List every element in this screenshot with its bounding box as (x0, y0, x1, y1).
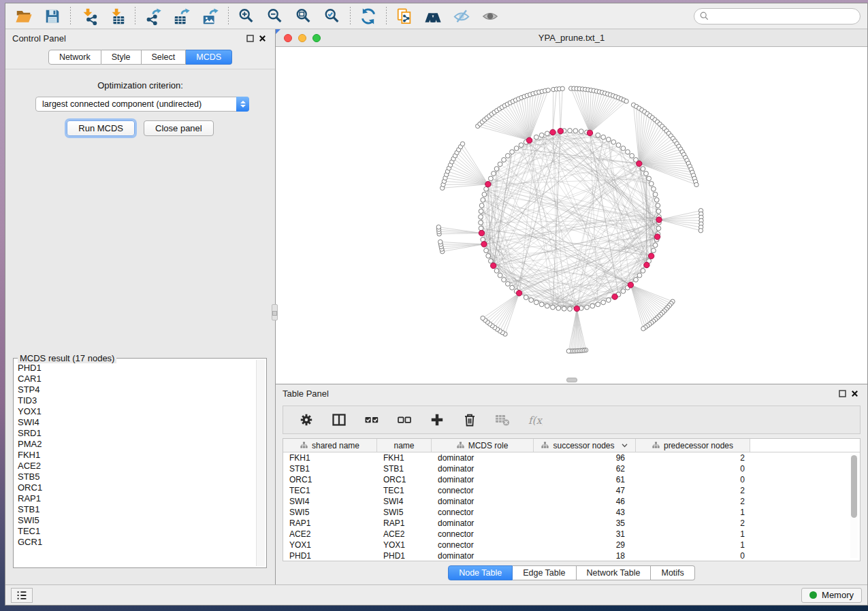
column-header-name[interactable]: name (377, 439, 432, 452)
show-all-button[interactable] (479, 6, 502, 27)
columns-button[interactable] (329, 410, 349, 429)
hide-selected-button[interactable] (450, 6, 473, 27)
column-header-predecessor-nodes[interactable]: predecessor nodes (636, 439, 750, 452)
table-scrollbar-thumb[interactable] (851, 455, 857, 518)
cell-name: YOX1 (377, 540, 432, 550)
node-table: shared namenameMCDS rolesuccessor nodesp… (283, 438, 861, 561)
search-input[interactable] (712, 12, 854, 21)
memory-button[interactable]: Memory (801, 588, 862, 603)
close-table-panel-button[interactable] (848, 387, 861, 399)
tab-motifs[interactable]: Motifs (651, 565, 694, 580)
import-table-icon (108, 7, 126, 25)
criterion-dropdown[interactable]: largest connected component (undirected) (35, 97, 249, 112)
tab-style[interactable]: Style (101, 50, 142, 65)
first-neighbors-button[interactable] (421, 6, 445, 27)
optimization-criterion-label: Optimization criterion: (5, 80, 275, 90)
mcds-result-list[interactable]: PHD1CAR1STP4TID3YOX1SWI4SRD1PMA2FKH1ACE2… (18, 363, 255, 566)
add-button[interactable] (428, 410, 447, 429)
zoom-out-button[interactable] (263, 6, 287, 27)
save-button[interactable] (41, 6, 64, 27)
show-all-icon (481, 7, 499, 25)
result-node-item: FKH1 (18, 450, 255, 461)
panel-splitter-handle[interactable] (272, 304, 278, 320)
tab-network[interactable]: Network (48, 50, 101, 65)
refresh-button[interactable] (357, 6, 380, 27)
table-scrollbar[interactable] (850, 454, 858, 558)
export-table-button[interactable] (170, 6, 193, 27)
table-row[interactable]: ORC1ORC1dominator610 (283, 474, 860, 485)
cell-predecessor-nodes: 2 (636, 497, 750, 506)
open-folder-button[interactable] (12, 6, 35, 27)
cell-predecessor-nodes: 1 (636, 540, 750, 550)
column-header-shared-name[interactable]: shared name (283, 439, 377, 452)
table-row[interactable]: RAP1RAP1dominator352 (283, 518, 860, 529)
column-header-successor-nodes[interactable]: successor nodes (534, 439, 636, 452)
add-icon (430, 412, 445, 427)
result-node-item: PHD1 (18, 363, 255, 374)
table-header-row: shared namenameMCDS rolesuccessor nodesp… (283, 439, 860, 452)
table-row[interactable]: PHD1PHD1dominator180 (283, 550, 860, 561)
cell-name: FKH1 (377, 453, 432, 463)
clone-network-button[interactable] (393, 6, 416, 27)
result-node-item: TEC1 (18, 526, 255, 537)
export-image-button[interactable] (199, 6, 222, 27)
result-node-item: ORC1 (18, 482, 255, 493)
table-row[interactable]: ACE2ACE2connector311 (283, 529, 860, 540)
delete-table-button (493, 410, 512, 429)
import-network-button[interactable] (77, 6, 100, 27)
delete-button[interactable] (460, 410, 479, 429)
cell-shared-name: STB1 (283, 464, 377, 474)
hide-selected-icon (453, 7, 470, 25)
table-row[interactable]: FKH1FKH1dominator962 (283, 452, 860, 463)
import-network-icon (80, 7, 97, 25)
column-header-MCDS-role[interactable]: MCDS role (432, 439, 534, 452)
zoom-selected-button[interactable] (321, 6, 344, 27)
gear-button[interactable] (297, 410, 316, 429)
tab-network-table[interactable]: Network Table (577, 565, 652, 580)
table-row[interactable]: STB1STB1dominator620 (283, 463, 860, 474)
table-row[interactable]: YOX1YOX1connector291 (283, 540, 860, 550)
app-window: Control Panel NetworkStyleSelectMCDS Opt… (5, 3, 868, 606)
select-all-button[interactable] (362, 410, 381, 429)
search-box[interactable] (694, 8, 861, 24)
deselect-all-button[interactable] (395, 410, 414, 429)
open-folder-icon (15, 7, 33, 25)
network-canvas[interactable] (276, 47, 867, 384)
import-table-button[interactable] (106, 6, 129, 27)
table-panel-tabs: Node TableEdge TableNetwork TableMotifs (276, 561, 867, 584)
network-graph[interactable] (276, 47, 867, 384)
cell-MCDS-role: dominator (432, 497, 534, 506)
export-network-button[interactable] (142, 6, 165, 27)
toolbar-icon-groups (12, 6, 502, 27)
table-row[interactable]: SWI5SWI5connector431 (283, 507, 860, 518)
result-node-item: STP4 (18, 384, 255, 395)
close-panel-action-button[interactable]: Close panel (144, 120, 214, 136)
table-row[interactable]: TEC1TEC1connector472 (283, 485, 860, 496)
run-mcds-button[interactable]: Run MCDS (67, 120, 135, 136)
control-panel-titlebar: Control Panel (5, 29, 275, 47)
tab-node-table[interactable]: Node Table (448, 565, 513, 580)
delete-icon (462, 412, 477, 427)
cell-MCDS-role: dominator (432, 464, 534, 474)
network-window-titlebar[interactable]: YPA_prune.txt_1 (276, 29, 867, 47)
close-panel-button[interactable] (256, 32, 268, 44)
tab-select[interactable]: Select (142, 50, 187, 65)
float-panel-button[interactable] (244, 32, 256, 44)
zoom-fit-button[interactable] (292, 6, 315, 27)
cell-successor-nodes: 29 (534, 540, 636, 550)
canvas-scrollbar-thumb[interactable] (566, 378, 577, 382)
table-row[interactable]: SWI4SWI4dominator462 (283, 496, 860, 507)
memory-label: Memory (822, 590, 854, 600)
tab-edge-table[interactable]: Edge Table (513, 565, 576, 580)
main-toolbar (5, 3, 867, 29)
zoom-out-icon (266, 7, 284, 25)
float-table-panel-button[interactable] (836, 387, 848, 399)
result-node-item: CAR1 (18, 374, 255, 384)
result-list-scrollbar[interactable] (256, 360, 265, 566)
tab-mcds[interactable]: MCDS (186, 50, 232, 65)
cell-successor-nodes: 31 (534, 529, 636, 539)
cell-shared-name: SWI4 (283, 497, 377, 506)
cell-shared-name: RAP1 (283, 518, 377, 528)
task-history-button[interactable] (11, 588, 33, 603)
zoom-in-button[interactable] (235, 6, 258, 27)
